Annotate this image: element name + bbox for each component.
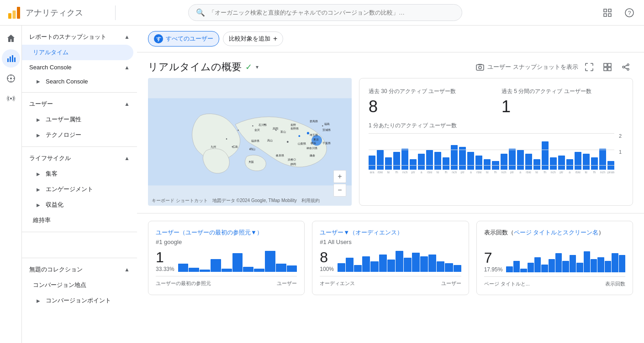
- card-2-title[interactable]: ユーザー▼（オーディエンス）: [320, 229, 461, 237]
- svg-text:長野: 長野: [290, 124, 296, 126]
- svg-text:岐阜県: 岐阜県: [276, 154, 284, 157]
- sidebar-item-retention[interactable]: 維持率: [22, 213, 133, 228]
- content-area: す すべてのユーザー 比較対象を追加 + リアルタイムの概要 ✓ ▾ ユーザー …: [137, 26, 644, 343]
- zoom-in-button[interactable]: +: [333, 170, 346, 183]
- card-2-chart: [338, 249, 461, 272]
- divider-4: [22, 258, 137, 258]
- stat-5min-value: 1: [501, 97, 623, 116]
- bar-item: [426, 150, 433, 170]
- mini-bar-item: [506, 266, 512, 272]
- x-label: rble: [426, 171, 433, 174]
- sidebar-section-users[interactable]: ユーザー ▲: [22, 96, 137, 112]
- bar-item: [410, 159, 417, 170]
- bar-item: [492, 161, 499, 170]
- x-axis: ararbletefhnchptrarbletefhnchptrarbletef…: [369, 171, 623, 174]
- triangle-icon-6: ▶: [37, 203, 40, 208]
- mini-bar-item: [549, 259, 555, 272]
- card-3-title-end: ）: [598, 229, 604, 236]
- sidebar-section-reports[interactable]: レポートのスナップショット ▲: [22, 29, 137, 45]
- card-3-title: 表示回数（ページ タイトルとスクリーン名）: [484, 229, 625, 237]
- y-axis: 2 1: [619, 133, 623, 165]
- map-zoom-controls: + −: [333, 170, 346, 197]
- add-comparison-chip[interactable]: 比較対象を追加 +: [223, 31, 283, 46]
- sidebar-item-technology[interactable]: ▶ テクノロジー: [22, 127, 133, 143]
- svg-point-14: [10, 78, 12, 79]
- mini-bar-item: [243, 267, 253, 272]
- stat-5min-label: 過去 5 分間のアクティブ ユーザー数: [501, 88, 623, 95]
- sidebar-item-searchconsole-label: Search Console: [46, 78, 88, 85]
- card-3-title-link[interactable]: ページ タイトルとスクリーン名: [514, 229, 599, 236]
- svg-point-68: [249, 149, 251, 150]
- expand-button[interactable]: [582, 60, 596, 74]
- sidebar-item-conversion-points[interactable]: ▶ コンバージョンポイント: [22, 293, 133, 308]
- sidebar-section-searchconsole[interactable]: Search Console ▲: [22, 60, 137, 74]
- sidebar-item-acquisition[interactable]: ▶ 集客: [22, 166, 133, 182]
- card-3-content: 7 17.95%: [484, 249, 625, 273]
- mini-bar-item: [570, 255, 576, 272]
- nav-advertising-button[interactable]: [2, 89, 20, 108]
- all-users-chip[interactable]: す すべてのユーザー: [148, 31, 219, 47]
- x-label: nch: [501, 171, 507, 174]
- header-divider: [115, 5, 116, 20]
- grid-view-button[interactable]: [600, 5, 615, 20]
- grid-layout-button[interactable]: [600, 60, 615, 74]
- bar-item: [550, 157, 557, 170]
- card-2-rank: #1 All Users: [320, 239, 461, 245]
- grid-icon: [603, 9, 612, 17]
- nav-home-button[interactable]: [2, 29, 20, 47]
- svg-text:岡山: 岡山: [250, 148, 255, 151]
- sidebar-section-lifecycle[interactable]: ライフサイクル ▲: [22, 151, 137, 166]
- card-1-title[interactable]: ユーザー（ユーザーの最初の参照元▼）: [156, 229, 297, 237]
- share-button[interactable]: [618, 60, 633, 74]
- card-3-chart: [506, 249, 625, 272]
- card-3-percent: 17.95%: [484, 266, 503, 273]
- sidebar-item-demographics[interactable]: ▶ ユーザー属性: [22, 112, 133, 127]
- svg-rect-3: [604, 9, 607, 12]
- mini-bar-item: [200, 270, 210, 272]
- search-input[interactable]: [209, 9, 454, 16]
- main-layout: レポートのスナップショット ▲ リアルタイム Search Console ▲ …: [0, 26, 644, 343]
- mini-bar-item: [222, 269, 232, 272]
- snapshot-button[interactable]: ユーザー スナップショットを表示: [475, 62, 578, 72]
- sidebar-section-collection-label: 無題のコレクション: [29, 265, 83, 274]
- sidebar-item-realtime[interactable]: リアルタイム: [22, 45, 133, 60]
- sidebar-item-conversion-point[interactable]: コンバージョン地点: [22, 277, 133, 293]
- zoom-out-button[interactable]: −: [333, 184, 346, 197]
- x-label: te: [434, 171, 441, 174]
- card-2-dropdown[interactable]: ▼: [343, 229, 349, 236]
- mini-bar-item: [338, 263, 345, 272]
- y-max: 2: [619, 133, 622, 139]
- full-sidebar: レポートのスナップショット ▲ リアルタイム Search Console ▲ …: [22, 26, 137, 343]
- sidebar-section-reports-label: レポートのスナップショット: [29, 33, 106, 41]
- svg-text:茨城県: 茨城県: [322, 129, 331, 131]
- x-label: rble: [575, 171, 581, 174]
- bottom-cards-row: ユーザー（ユーザーの最初の参照元▼） #1 google 1 33.33% ユー…: [137, 213, 644, 302]
- sidebar-item-retention-label: 維持率: [33, 216, 51, 224]
- search-bar[interactable]: 🔍: [188, 4, 462, 21]
- bar-item: [591, 157, 598, 170]
- sidebar-item-engagement[interactable]: ▶ エンゲージメント: [22, 182, 133, 197]
- card-1-dropdown[interactable]: ▼: [251, 229, 257, 236]
- title-dropdown-icon[interactable]: ▾: [256, 64, 259, 70]
- help-button[interactable]: ?: [622, 5, 637, 20]
- nav-explore-button[interactable]: [2, 69, 20, 88]
- svg-point-26: [627, 64, 629, 66]
- svg-rect-25: [608, 68, 611, 71]
- sidebar-item-monetization-label: 収益化: [46, 201, 63, 209]
- nav-reports-button[interactable]: [2, 49, 20, 68]
- svg-text:神奈川県: 神奈川県: [306, 147, 317, 150]
- x-label: ptr: [558, 171, 565, 174]
- sidebar-item-searchconsole[interactable]: ▶ Search Console: [22, 74, 133, 88]
- sidebar-section-collection[interactable]: 無題のコレクション ▲: [22, 262, 137, 277]
- x-label: ptr: [410, 171, 417, 174]
- card-users-audience: ユーザー▼（オーディエンス） #1 All Users 8 100% オーディエ…: [312, 221, 469, 295]
- map-footer: キーボード ショートカット 地図データ ©2024 Google, TMap M…: [152, 197, 320, 204]
- mini-bar-item: [437, 261, 444, 272]
- mini-bar-item: [211, 259, 221, 272]
- svg-point-35: [275, 130, 277, 131]
- triangle-icon-4: ▶: [37, 172, 40, 177]
- mini-bar-item: [584, 251, 590, 272]
- card-2-value: 8: [320, 249, 334, 266]
- svg-text:大阪: 大阪: [248, 161, 254, 163]
- sidebar-item-monetization[interactable]: ▶ 収益化: [22, 197, 133, 213]
